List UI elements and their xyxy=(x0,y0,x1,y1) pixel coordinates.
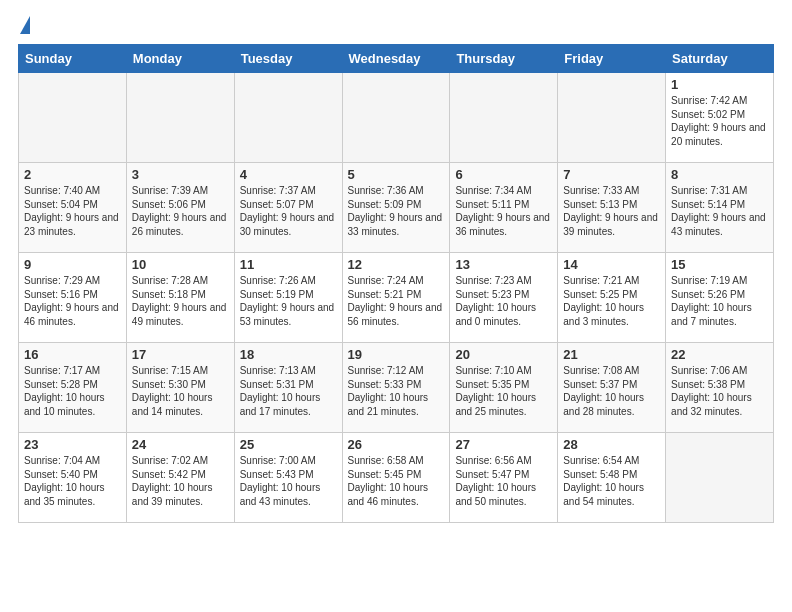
day-info: Sunrise: 7:15 AM Sunset: 5:30 PM Dayligh… xyxy=(132,364,229,418)
calendar-day-header: Tuesday xyxy=(234,45,342,73)
day-number: 4 xyxy=(240,167,337,182)
calendar-day-header: Monday xyxy=(126,45,234,73)
calendar-day-cell xyxy=(342,73,450,163)
day-info: Sunrise: 7:33 AM Sunset: 5:13 PM Dayligh… xyxy=(563,184,660,238)
calendar-week-row: 2Sunrise: 7:40 AM Sunset: 5:04 PM Daylig… xyxy=(19,163,774,253)
calendar-day-cell: 21Sunrise: 7:08 AM Sunset: 5:37 PM Dayli… xyxy=(558,343,666,433)
day-number: 28 xyxy=(563,437,660,452)
day-info: Sunrise: 7:19 AM Sunset: 5:26 PM Dayligh… xyxy=(671,274,768,328)
calendar-day-cell: 22Sunrise: 7:06 AM Sunset: 5:38 PM Dayli… xyxy=(666,343,774,433)
calendar-day-cell xyxy=(558,73,666,163)
calendar-day-cell: 8Sunrise: 7:31 AM Sunset: 5:14 PM Daylig… xyxy=(666,163,774,253)
calendar-day-header: Friday xyxy=(558,45,666,73)
day-info: Sunrise: 7:40 AM Sunset: 5:04 PM Dayligh… xyxy=(24,184,121,238)
calendar-day-cell: 9Sunrise: 7:29 AM Sunset: 5:16 PM Daylig… xyxy=(19,253,127,343)
day-info: Sunrise: 7:24 AM Sunset: 5:21 PM Dayligh… xyxy=(348,274,445,328)
day-info: Sunrise: 7:02 AM Sunset: 5:42 PM Dayligh… xyxy=(132,454,229,508)
calendar-day-cell: 3Sunrise: 7:39 AM Sunset: 5:06 PM Daylig… xyxy=(126,163,234,253)
day-number: 6 xyxy=(455,167,552,182)
calendar-header-row: SundayMondayTuesdayWednesdayThursdayFrid… xyxy=(19,45,774,73)
calendar-day-cell xyxy=(666,433,774,523)
day-info: Sunrise: 7:23 AM Sunset: 5:23 PM Dayligh… xyxy=(455,274,552,328)
calendar-day-cell: 17Sunrise: 7:15 AM Sunset: 5:30 PM Dayli… xyxy=(126,343,234,433)
calendar-day-cell xyxy=(450,73,558,163)
day-number: 5 xyxy=(348,167,445,182)
day-info: Sunrise: 7:28 AM Sunset: 5:18 PM Dayligh… xyxy=(132,274,229,328)
calendar-day-cell: 26Sunrise: 6:58 AM Sunset: 5:45 PM Dayli… xyxy=(342,433,450,523)
calendar-day-header: Wednesday xyxy=(342,45,450,73)
calendar-table: SundayMondayTuesdayWednesdayThursdayFrid… xyxy=(18,44,774,523)
calendar-day-header: Sunday xyxy=(19,45,127,73)
calendar-day-cell: 11Sunrise: 7:26 AM Sunset: 5:19 PM Dayli… xyxy=(234,253,342,343)
day-number: 7 xyxy=(563,167,660,182)
day-number: 18 xyxy=(240,347,337,362)
day-number: 10 xyxy=(132,257,229,272)
day-info: Sunrise: 7:42 AM Sunset: 5:02 PM Dayligh… xyxy=(671,94,768,148)
day-number: 8 xyxy=(671,167,768,182)
day-info: Sunrise: 7:00 AM Sunset: 5:43 PM Dayligh… xyxy=(240,454,337,508)
day-info: Sunrise: 7:36 AM Sunset: 5:09 PM Dayligh… xyxy=(348,184,445,238)
calendar-week-row: 16Sunrise: 7:17 AM Sunset: 5:28 PM Dayli… xyxy=(19,343,774,433)
day-info: Sunrise: 7:31 AM Sunset: 5:14 PM Dayligh… xyxy=(671,184,768,238)
calendar-week-row: 9Sunrise: 7:29 AM Sunset: 5:16 PM Daylig… xyxy=(19,253,774,343)
day-number: 13 xyxy=(455,257,552,272)
day-number: 16 xyxy=(24,347,121,362)
calendar-day-header: Thursday xyxy=(450,45,558,73)
day-number: 2 xyxy=(24,167,121,182)
day-number: 20 xyxy=(455,347,552,362)
day-number: 9 xyxy=(24,257,121,272)
day-info: Sunrise: 7:10 AM Sunset: 5:35 PM Dayligh… xyxy=(455,364,552,418)
day-info: Sunrise: 7:34 AM Sunset: 5:11 PM Dayligh… xyxy=(455,184,552,238)
calendar-day-cell: 19Sunrise: 7:12 AM Sunset: 5:33 PM Dayli… xyxy=(342,343,450,433)
day-info: Sunrise: 7:04 AM Sunset: 5:40 PM Dayligh… xyxy=(24,454,121,508)
day-number: 27 xyxy=(455,437,552,452)
day-info: Sunrise: 7:39 AM Sunset: 5:06 PM Dayligh… xyxy=(132,184,229,238)
calendar-day-cell xyxy=(126,73,234,163)
calendar-day-cell: 1Sunrise: 7:42 AM Sunset: 5:02 PM Daylig… xyxy=(666,73,774,163)
day-info: Sunrise: 7:37 AM Sunset: 5:07 PM Dayligh… xyxy=(240,184,337,238)
calendar-day-cell: 14Sunrise: 7:21 AM Sunset: 5:25 PM Dayli… xyxy=(558,253,666,343)
calendar-day-cell: 15Sunrise: 7:19 AM Sunset: 5:26 PM Dayli… xyxy=(666,253,774,343)
calendar-day-cell: 10Sunrise: 7:28 AM Sunset: 5:18 PM Dayli… xyxy=(126,253,234,343)
day-info: Sunrise: 6:54 AM Sunset: 5:48 PM Dayligh… xyxy=(563,454,660,508)
day-info: Sunrise: 6:58 AM Sunset: 5:45 PM Dayligh… xyxy=(348,454,445,508)
calendar-week-row: 1Sunrise: 7:42 AM Sunset: 5:02 PM Daylig… xyxy=(19,73,774,163)
page: SundayMondayTuesdayWednesdayThursdayFrid… xyxy=(0,0,792,535)
calendar-day-cell: 6Sunrise: 7:34 AM Sunset: 5:11 PM Daylig… xyxy=(450,163,558,253)
day-info: Sunrise: 7:12 AM Sunset: 5:33 PM Dayligh… xyxy=(348,364,445,418)
day-info: Sunrise: 6:56 AM Sunset: 5:47 PM Dayligh… xyxy=(455,454,552,508)
day-number: 25 xyxy=(240,437,337,452)
calendar-day-cell: 25Sunrise: 7:00 AM Sunset: 5:43 PM Dayli… xyxy=(234,433,342,523)
calendar-day-cell: 23Sunrise: 7:04 AM Sunset: 5:40 PM Dayli… xyxy=(19,433,127,523)
calendar-day-cell: 18Sunrise: 7:13 AM Sunset: 5:31 PM Dayli… xyxy=(234,343,342,433)
day-number: 26 xyxy=(348,437,445,452)
day-number: 3 xyxy=(132,167,229,182)
calendar-day-cell: 16Sunrise: 7:17 AM Sunset: 5:28 PM Dayli… xyxy=(19,343,127,433)
day-number: 19 xyxy=(348,347,445,362)
header xyxy=(18,16,774,36)
day-number: 22 xyxy=(671,347,768,362)
calendar-day-cell xyxy=(19,73,127,163)
day-info: Sunrise: 7:13 AM Sunset: 5:31 PM Dayligh… xyxy=(240,364,337,418)
calendar-day-cell: 12Sunrise: 7:24 AM Sunset: 5:21 PM Dayli… xyxy=(342,253,450,343)
logo-triangle-icon xyxy=(20,16,30,34)
day-number: 21 xyxy=(563,347,660,362)
logo xyxy=(18,16,30,36)
day-info: Sunrise: 7:21 AM Sunset: 5:25 PM Dayligh… xyxy=(563,274,660,328)
day-number: 17 xyxy=(132,347,229,362)
day-number: 12 xyxy=(348,257,445,272)
calendar-day-header: Saturday xyxy=(666,45,774,73)
calendar-day-cell: 13Sunrise: 7:23 AM Sunset: 5:23 PM Dayli… xyxy=(450,253,558,343)
day-number: 14 xyxy=(563,257,660,272)
day-number: 15 xyxy=(671,257,768,272)
calendar-day-cell: 7Sunrise: 7:33 AM Sunset: 5:13 PM Daylig… xyxy=(558,163,666,253)
calendar-day-cell: 4Sunrise: 7:37 AM Sunset: 5:07 PM Daylig… xyxy=(234,163,342,253)
calendar-day-cell: 24Sunrise: 7:02 AM Sunset: 5:42 PM Dayli… xyxy=(126,433,234,523)
calendar-day-cell: 20Sunrise: 7:10 AM Sunset: 5:35 PM Dayli… xyxy=(450,343,558,433)
day-info: Sunrise: 7:06 AM Sunset: 5:38 PM Dayligh… xyxy=(671,364,768,418)
day-number: 1 xyxy=(671,77,768,92)
day-number: 23 xyxy=(24,437,121,452)
day-number: 24 xyxy=(132,437,229,452)
calendar-day-cell xyxy=(234,73,342,163)
calendar-week-row: 23Sunrise: 7:04 AM Sunset: 5:40 PM Dayli… xyxy=(19,433,774,523)
